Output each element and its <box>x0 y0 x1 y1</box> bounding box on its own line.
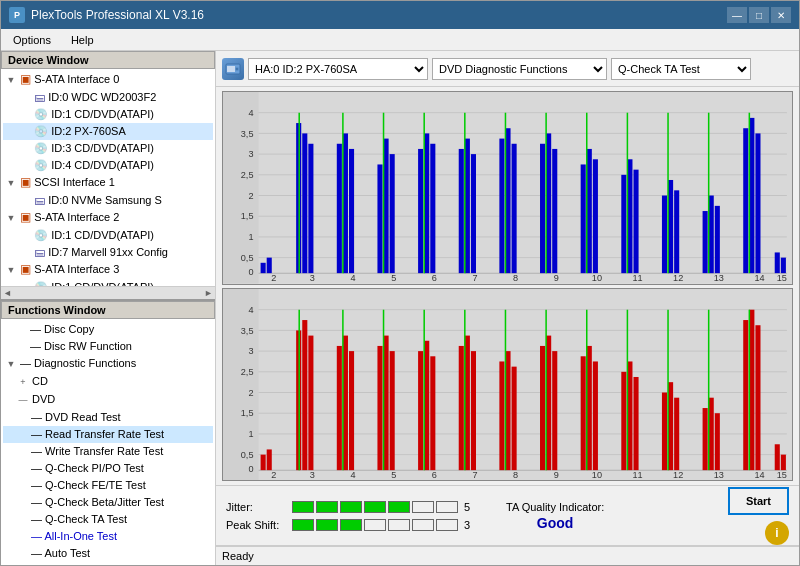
fn-qcheck-ta[interactable]: — Q-Check TA Test <box>3 511 213 528</box>
svg-rect-146 <box>633 376 638 469</box>
peak-seg-3 <box>340 519 362 531</box>
fn-auto-test[interactable]: — Auto Test <box>3 545 213 562</box>
svg-rect-38 <box>418 149 423 273</box>
maximize-button[interactable]: □ <box>749 7 769 23</box>
svg-text:13: 13 <box>714 273 724 283</box>
svg-rect-129 <box>465 335 470 470</box>
tree-marvell[interactable]: 🖴 ID:7 Marvell 91xx Config <box>3 244 213 261</box>
tree-dvd1[interactable]: 💿 ID:1 CD/DVD(ATAPI) <box>3 106 213 123</box>
svg-rect-120 <box>377 345 382 469</box>
svg-text:3: 3 <box>310 273 315 283</box>
svg-text:1: 1 <box>248 232 253 242</box>
drive-icon <box>222 58 244 80</box>
peak-seg-4 <box>364 519 386 531</box>
svg-rect-132 <box>499 361 504 470</box>
peak-seg-6 <box>412 519 434 531</box>
tree-sata3[interactable]: ▼ ▣ S-ATA Interface 3 <box>3 261 213 279</box>
svg-rect-148 <box>662 392 667 470</box>
start-button[interactable]: Start <box>728 487 789 515</box>
svg-text:3: 3 <box>248 149 253 159</box>
device-tree[interactable]: ▼ ▣ S-ATA Interface 0 🖴 ID:0 WDC WD2003F… <box>1 69 215 286</box>
fn-cd[interactable]: + CD <box>3 373 213 391</box>
svg-rect-111 <box>267 449 272 470</box>
svg-rect-72 <box>755 133 760 273</box>
fn-disc-rw[interactable]: — Disc RW Function <box>3 338 213 355</box>
svg-rect-75 <box>781 258 786 274</box>
svg-rect-110 <box>261 454 266 470</box>
jitter-seg-7 <box>436 501 458 513</box>
svg-rect-140 <box>581 356 586 470</box>
svg-text:2: 2 <box>248 191 253 201</box>
svg-rect-154 <box>715 413 720 470</box>
svg-rect-160 <box>775 444 780 470</box>
svg-rect-34 <box>377 164 382 273</box>
info-button[interactable]: i <box>765 521 789 545</box>
svg-text:6: 6 <box>432 470 437 480</box>
tree-nvme[interactable]: 🖴 ID:0 NVMe Samsung S <box>3 192 213 209</box>
function-select[interactable]: DVD Diagnostic Functions <box>432 58 607 80</box>
jitter-value: 5 <box>464 501 476 513</box>
device-selector: HA:0 ID:2 PX-760SA <box>222 58 428 80</box>
fn-dvd[interactable]: — DVD <box>3 391 213 409</box>
svg-text:15: 15 <box>777 470 787 480</box>
fn-qcheck-fete[interactable]: — Q-Check FE/TE Test <box>3 477 213 494</box>
svg-text:0: 0 <box>248 267 253 277</box>
tree-dvd-s2-1[interactable]: 💿 ID:1 CD/DVD(ATAPI) <box>3 227 213 244</box>
tree-px760sa[interactable]: 💿 ID:2 PX-760SA <box>3 123 213 140</box>
svg-rect-62 <box>662 196 667 274</box>
svg-text:12: 12 <box>673 273 683 283</box>
menu-help[interactable]: Help <box>67 33 98 47</box>
title-bar: P PlexTools Professional XL V3.16 — □ ✕ <box>1 1 799 29</box>
svg-rect-42 <box>459 149 464 273</box>
svg-rect-153 <box>709 397 714 469</box>
scroll-left-arrow[interactable]: ◄ <box>3 288 12 298</box>
fn-allinone[interactable]: — All-In-One Test <box>3 528 213 545</box>
fn-read-transfer-rate[interactable]: — Read Transfer Rate Test <box>3 426 213 443</box>
svg-rect-116 <box>337 345 342 469</box>
tree-dvd3[interactable]: 💿 ID:3 CD/DVD(ATAPI) <box>3 140 213 157</box>
svg-text:10: 10 <box>592 273 602 283</box>
svg-text:2: 2 <box>271 273 276 283</box>
fn-disc-copy[interactable]: — Disc Copy <box>3 321 213 338</box>
tree-wdc[interactable]: 🖴 ID:0 WDC WD2003F2 <box>3 89 213 106</box>
tree-dvd-s3-1[interactable]: 💿 ID:1 CD/DVD(ATAPI) <box>3 279 213 286</box>
fn-bluray[interactable]: + Blu-ray <box>3 562 213 565</box>
fn-diagnostic[interactable]: ▼ — Diagnostic Functions <box>3 355 213 373</box>
fn-qcheck-pipo[interactable]: — Q-Check PI/PO Test <box>3 460 213 477</box>
svg-text:15: 15 <box>777 273 787 283</box>
svg-text:2: 2 <box>248 387 253 397</box>
quality-value: Good <box>537 515 574 531</box>
top-chart: 4 3,5 3 2,5 2 1,5 1 0,5 0 <box>222 91 793 285</box>
svg-rect-156 <box>743 320 748 470</box>
device-tree-scrollbar[interactable]: ◄ ► <box>1 286 215 299</box>
svg-rect-25 <box>267 258 272 274</box>
svg-text:4: 4 <box>351 273 356 283</box>
fn-write-transfer-rate[interactable]: — Write Transfer Rate Test <box>3 443 213 460</box>
test-select[interactable]: Q-Check TA Test <box>611 58 751 80</box>
drive-select[interactable]: HA:0 ID:2 PX-760SA <box>248 58 428 80</box>
tree-dvd4[interactable]: 💿 ID:4 CD/DVD(ATAPI) <box>3 157 213 174</box>
fn-dvd-read-test[interactable]: — DVD Read Test <box>3 409 213 426</box>
svg-rect-56 <box>593 159 598 273</box>
close-button[interactable]: ✕ <box>771 7 791 23</box>
svg-text:7: 7 <box>472 470 477 480</box>
svg-rect-50 <box>540 144 545 273</box>
svg-text:3: 3 <box>310 470 315 480</box>
tree-sata2[interactable]: ▼ ▣ S-ATA Interface 2 <box>3 209 213 227</box>
peak-shift-progress <box>292 519 458 531</box>
jitter-seg-4 <box>364 501 386 513</box>
peak-shift-row: Peak Shift: 3 <box>226 519 476 531</box>
svg-rect-67 <box>709 196 714 274</box>
toolbar: HA:0 ID:2 PX-760SA DVD Diagnostic Functi… <box>216 51 799 87</box>
menu-options[interactable]: Options <box>9 33 55 47</box>
svg-text:0,5: 0,5 <box>241 253 254 263</box>
tree-sata0[interactable]: ▼ ▣ S-ATA Interface 0 <box>3 71 213 89</box>
functions-tree[interactable]: — Disc Copy — Disc RW Function ▼ — Diagn… <box>1 319 215 565</box>
jitter-seg-2 <box>316 501 338 513</box>
svg-text:5: 5 <box>391 470 396 480</box>
minimize-button[interactable]: — <box>727 7 747 23</box>
tree-scsi1[interactable]: ▼ ▣ SCSI Interface 1 <box>3 174 213 192</box>
fn-qcheck-beta[interactable]: — Q-Check Beta/Jitter Test <box>3 494 213 511</box>
svg-text:6: 6 <box>432 273 437 283</box>
scroll-right-arrow[interactable]: ► <box>204 288 213 298</box>
